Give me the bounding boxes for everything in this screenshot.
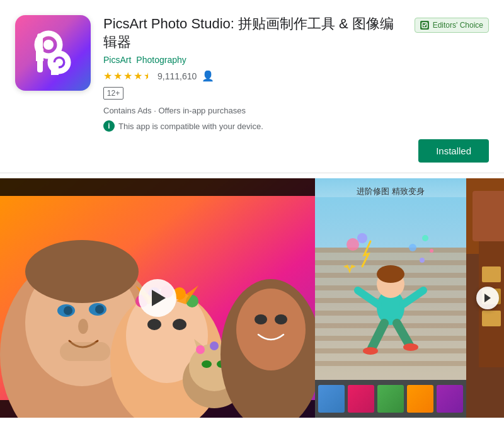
editors-choice-badge: Editors' Choice [415,18,489,33]
svg-point-67 [430,249,433,253]
svg-point-37 [196,345,205,354]
compatibility-row: i This app is compatible with your devic… [103,120,489,132]
svg-rect-46 [315,248,466,253]
svg-point-62 [403,343,418,351]
age-badge: 12+ [103,87,123,100]
svg-point-16 [95,305,104,314]
arrow-right-icon [484,294,491,302]
screenshot2-label: 进阶修图 精致变身 [315,186,466,197]
screenshot-2: 进阶修图 精致变身 [315,178,466,418]
svg-rect-74 [472,191,504,241]
app-title: PicsArt Photo Studio: 拼贴画制作工具 & 图像编辑器 [103,15,407,51]
thumb-3[interactable] [377,385,404,413]
svg-point-71 [357,233,367,243]
svg-point-23 [173,319,186,330]
install-btn-wrapper: Installed [103,139,489,163]
svg-point-65 [420,258,425,263]
star-4: ★ [134,70,142,82]
svg-point-18 [25,240,139,303]
thumb-4[interactable] [407,385,433,413]
svg-point-68 [422,235,428,241]
screenshots-section: 进阶修图 精致变身 [0,178,504,418]
svg-rect-9 [0,178,315,196]
screenshot2-text: 进阶修图 精致变身 [357,186,425,196]
svg-point-1 [43,40,54,50]
svg-rect-76 [482,266,501,282]
developer-link[interactable]: PicsArt [103,55,131,65]
star-3: ★ [123,70,132,82]
app-info: PicsArt Photo Studio: 拼贴画制作工具 & 图像编辑器 Ed… [103,15,489,163]
app-categories: PicsArt Photography [103,55,489,65]
star-1: ★ [103,70,112,82]
stars: ★ ★ ★ ★ ★★ [103,70,152,82]
watermark: wsxdn.com [464,431,499,438]
screenshot-video[interactable] [0,178,315,418]
svg-rect-3 [37,33,43,72]
app-icon [15,15,91,91]
app-title-row: PicsArt Photo Studio: 拼贴画制作工具 & 图像编辑器 Ed… [103,15,489,51]
svg-point-41 [236,289,306,370]
bottom-thumbnails [315,380,466,418]
svg-rect-6 [51,62,59,75]
svg-point-22 [147,319,161,330]
svg-rect-78 [482,311,501,326]
svg-rect-53 [315,336,466,341]
svg-point-66 [409,244,416,251]
thumb-2[interactable] [348,385,374,413]
compatibility-text: This app is compatible with your device. [118,122,263,131]
svg-rect-54 [315,348,466,353]
svg-point-35 [202,360,212,368]
svg-rect-47 [315,260,466,265]
next-screenshot-arrow[interactable] [476,287,499,309]
page-container: PicsArt Photo Studio: 拼贴画制作工具 & 图像编辑器 Ed… [0,0,504,441]
svg-point-42 [255,314,267,324]
svg-point-38 [210,341,219,350]
star-5-half: ★★ [144,70,152,82]
person-icon: 👤 [202,70,214,82]
rating-count: 9,111,610 [158,71,197,81]
play-button[interactable] [139,279,176,317]
app-header: PicsArt Photo Studio: 拼贴画制作工具 & 图像编辑器 Ed… [0,0,504,173]
svg-rect-19 [60,342,110,361]
thumb-5[interactable] [437,385,463,413]
ads-text: Contains Ads · Offers in-app purchases [103,106,246,115]
play-triangle-icon [152,290,166,306]
info-icon: i [103,120,115,132]
svg-point-43 [275,314,287,324]
video-thumbnail [0,178,315,418]
editors-choice-label: Editors' Choice [433,21,483,30]
rating-row: ★ ★ ★ ★ ★★ 9,111,610 👤 [103,70,489,82]
svg-point-61 [363,347,378,355]
editors-choice-icon [420,21,429,30]
star-2: ★ [113,70,122,82]
svg-point-70 [346,238,359,251]
svg-point-17 [78,319,88,334]
svg-point-58 [377,265,404,283]
ads-info: Contains Ads · Offers in-app purchases [103,106,489,115]
install-button[interactable]: Installed [418,139,489,163]
svg-point-15 [64,306,72,315]
svg-rect-55 [315,361,466,366]
category-link[interactable]: Photography [136,55,186,65]
thumb-1[interactable] [318,385,345,413]
